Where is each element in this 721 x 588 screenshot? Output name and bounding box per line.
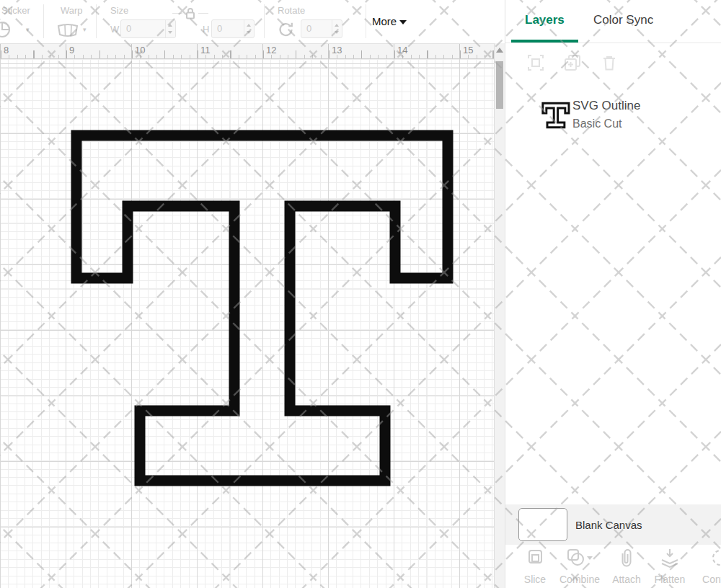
warp-dropdown-caret[interactable]: ▾ [83, 26, 87, 33]
sticker-icon[interactable] [0, 20, 13, 39]
slice-label: Slice [517, 574, 553, 585]
height-input[interactable]: 0 [211, 19, 255, 38]
tab-layers[interactable]: Layers [525, 13, 565, 27]
attach-icon [616, 548, 637, 569]
toolbar-divider [43, 4, 44, 38]
combine-label: Combine [557, 574, 602, 585]
size-link-line [198, 13, 208, 14]
top-toolbar: Sticker ▾ Warp ▾ Size W 0 H 0 [0, 0, 505, 43]
layer-row[interactable]: SVG Outline Basic Cut [505, 91, 721, 138]
canvas-shapes [0, 59, 494, 588]
contour-icon [709, 548, 721, 569]
attach-button[interactable]: Attach [606, 548, 647, 585]
combine-button[interactable]: Combine [557, 548, 602, 585]
scrollbar-thumb[interactable] [496, 61, 503, 109]
panel-tabs: Layers Color Sync [505, 0, 721, 43]
bottom-action-bar: Slice Combine Attach [505, 545, 721, 588]
ruler-inch-11: 11 [197, 44, 262, 59]
rotate-stepper[interactable] [332, 20, 342, 37]
rotate-section-label: Rotate [278, 5, 305, 16]
toolbar-divider [366, 4, 366, 38]
attach-label: Attach [606, 574, 647, 585]
flatten-button[interactable]: Flatten [650, 548, 690, 585]
rotate-input[interactable]: 0 [301, 19, 342, 38]
select-all-icon[interactable] [527, 54, 544, 71]
layer-subtitle: Basic Cut [572, 117, 622, 130]
design-app: Sticker ▾ Warp ▾ Size W 0 H 0 [0, 0, 721, 588]
warp-section-label: Warp [61, 5, 83, 16]
scroll-up-arrow-icon[interactable] [496, 48, 503, 53]
size-link-line [172, 13, 182, 14]
contour-label: Contour [699, 574, 721, 585]
ruler-inch-13: 13 [328, 44, 394, 59]
canvas-color-swatch[interactable] [518, 508, 567, 541]
contour-button[interactable]: Contour [699, 548, 721, 585]
slice-button[interactable]: Slice [517, 548, 553, 585]
layers-panel: Layers Color Sync SVG Outline [505, 0, 721, 588]
width-label: W [110, 24, 119, 35]
vertical-scrollbar[interactable] [494, 43, 505, 588]
more-button[interactable]: More [372, 15, 407, 27]
width-input[interactable]: 0 [120, 19, 176, 38]
warp-icon[interactable] [56, 22, 79, 38]
combine-icon [565, 548, 594, 569]
flatten-icon [659, 548, 681, 569]
flatten-label: Flatten [650, 574, 690, 585]
tab-color-sync[interactable]: Color Sync [593, 13, 653, 27]
blank-canvas-row[interactable]: Blank Canvas [505, 504, 721, 545]
ruler-inch-12: 12 [262, 44, 328, 59]
duplicate-icon[interactable] [564, 54, 581, 71]
height-stepper[interactable] [244, 20, 254, 37]
height-label: H [203, 24, 209, 35]
toolbar-divider [264, 4, 265, 38]
work-area: 89101112131415 [0, 43, 505, 588]
ruler-inch-14: 14 [394, 44, 459, 59]
layer-tools-row [505, 43, 721, 73]
design-canvas[interactable] [0, 59, 494, 588]
layer-thumbnail-t-icon [541, 101, 570, 130]
rotate-icon[interactable] [278, 21, 295, 38]
horizontal-ruler: 89101112131415 [0, 43, 494, 59]
delete-icon[interactable] [601, 54, 618, 71]
sticker-section-label: Sticker [1, 5, 30, 16]
lock-icon[interactable] [184, 6, 197, 20]
sticker-dropdown-caret[interactable]: ▾ [26, 26, 30, 33]
blank-canvas-label: Blank Canvas [575, 519, 642, 531]
ruler-inch-15: 15 [459, 44, 494, 59]
layer-title: SVG Outline [572, 99, 641, 113]
ruler-inch-8: 8 [0, 44, 66, 59]
ruler-inch-10: 10 [131, 44, 197, 59]
slice-icon [525, 548, 545, 569]
ruler-inch-9: 9 [66, 44, 131, 59]
size-section-label: Size [110, 5, 128, 16]
toolbar-divider [96, 4, 97, 38]
power-t-outline-shape[interactable] [76, 135, 448, 481]
width-stepper[interactable] [165, 20, 175, 37]
more-label: More [372, 15, 397, 27]
more-caret-icon [399, 20, 407, 24]
